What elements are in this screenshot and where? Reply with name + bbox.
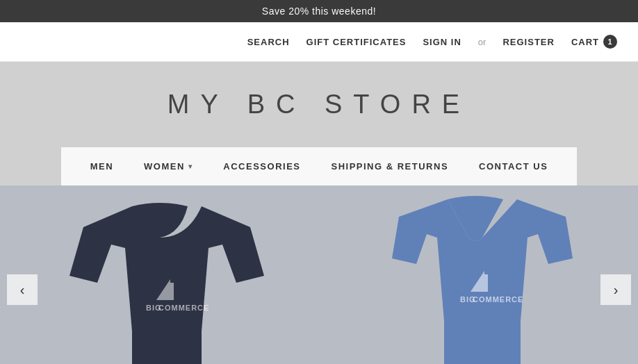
nav-shipping-returns[interactable]: SHIPPING & RETURNS — [316, 147, 464, 185]
nav-women[interactable]: WOMEN ▾ — [129, 147, 208, 185]
chevron-right-icon: › — [614, 282, 619, 298]
header: SEARCH GIFT CERTIFICATES SIGN IN or REGI… — [0, 22, 638, 62]
search-link[interactable]: SEARCH — [247, 37, 290, 47]
svg-text:COMMERCE: COMMERCE — [473, 295, 523, 304]
tshirt-right: BIG COMMERCE — [319, 185, 638, 364]
nav-men[interactable]: MEN — [75, 147, 129, 185]
svg-text:COMMERCE: COMMERCE — [158, 304, 209, 312]
or-separator: or — [478, 37, 486, 47]
svg-rect-5 — [444, 317, 521, 364]
chevron-left-icon: ‹ — [20, 282, 25, 298]
chevron-down-icon: ▾ — [188, 163, 193, 170]
hero-section: MY BC STORE MEN WOMEN ▾ ACCESSORIES SHIP… — [0, 62, 638, 185]
gift-certificates-link[interactable]: GIFT CERTIFICATES — [306, 37, 407, 47]
signin-link[interactable]: SIGN IN — [423, 37, 461, 47]
announcement-text: Save 20% this weekend! — [262, 6, 376, 17]
main-navigation: MEN WOMEN ▾ ACCESSORIES SHIPPING & RETUR… — [61, 147, 578, 185]
tshirt-left: BIG COMMERCE — [0, 185, 319, 364]
svg-rect-0 — [132, 328, 202, 364]
cart-button[interactable]: CART 1 — [571, 35, 617, 49]
cart-label: CART — [571, 37, 599, 47]
svg-rect-7 — [484, 274, 488, 292]
carousel-next-button[interactable]: › — [600, 274, 631, 305]
svg-rect-2 — [170, 283, 174, 300]
register-link[interactable]: REGISTER — [502, 37, 554, 47]
announcement-bar: Save 20% this weekend! — [0, 0, 638, 22]
carousel-prev-button[interactable]: ‹ — [7, 274, 38, 305]
nav-accessories[interactable]: ACCESSORIES — [208, 147, 316, 185]
store-title: MY BC STORE — [167, 90, 471, 119]
product-carousel: BIG COMMERCE BIG COMMERCE — [0, 185, 638, 364]
cart-count: 1 — [603, 35, 617, 49]
nav-contact-us[interactable]: CONTACT US — [464, 147, 563, 185]
